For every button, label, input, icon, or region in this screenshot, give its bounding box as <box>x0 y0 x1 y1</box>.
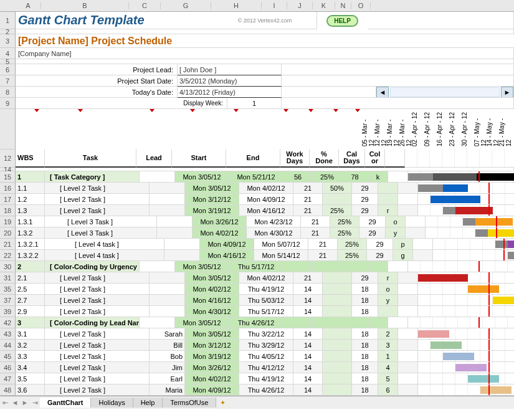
cell-wbs[interactable]: 1.3 <box>16 205 45 216</box>
cell-task[interactable]: [ Level 2 Task ] <box>45 340 150 351</box>
cell-work[interactable]: 21 <box>308 239 338 250</box>
cell-lead[interactable] <box>150 306 185 317</box>
cell-cal[interactable]: 29 <box>352 194 378 205</box>
cell-task[interactable]: [ Level 2 Task ] <box>45 284 150 295</box>
cell-cal[interactable] <box>342 317 368 328</box>
cell-color[interactable]: y <box>386 227 406 239</box>
value-start-date[interactable]: 3/5/2012 (Monday) <box>178 75 282 87</box>
task-row[interactable]: 392.9[ Level 2 Task ]Mon 4/30/12Thu 5/17… <box>0 306 514 317</box>
cell-start[interactable]: Mon 4/16/12 <box>200 250 254 261</box>
cell-color[interactable] <box>368 261 388 272</box>
cell-color[interactable]: 3 <box>378 340 398 351</box>
cell-start[interactable]: Mon 4/02/12 <box>185 284 239 295</box>
cell-lead[interactable]: Jim <box>150 362 185 373</box>
cell-start[interactable]: Mon 3/05/12 <box>175 261 229 272</box>
cell-start[interactable]: Mon 3/26/12 <box>193 216 247 227</box>
cell-work[interactable]: 14 <box>293 295 323 306</box>
cell-pct[interactable] <box>323 340 352 351</box>
cell-pct[interactable] <box>323 351 352 362</box>
cell-lead[interactable] <box>150 205 185 216</box>
cell-wbs[interactable]: 2.9 <box>16 306 45 317</box>
cell-color[interactable]: k <box>368 171 388 183</box>
cell-cal[interactable] <box>342 261 368 272</box>
cell-end[interactable]: Mon 4/30/12 <box>247 227 301 239</box>
cell-wbs[interactable]: 1 <box>16 171 45 183</box>
cell-pct[interactable]: 25% <box>338 250 367 261</box>
cell-work[interactable]: 14 <box>293 373 323 384</box>
cell-start[interactable]: Mon 4/02/12 <box>185 373 239 384</box>
cell-task[interactable]: [ Level 3 Task ] <box>45 227 157 239</box>
cell-start[interactable]: Mon 3/26/12 <box>185 362 239 373</box>
cell-wbs[interactable]: 1.2 <box>16 194 45 205</box>
cell-work[interactable]: 14 <box>293 284 323 295</box>
cell-work[interactable]: 21 <box>301 216 330 227</box>
cell-color[interactable]: 4 <box>378 362 398 373</box>
cell-cal[interactable]: 18 <box>352 373 378 384</box>
cell-work[interactable]: 56 <box>283 171 313 183</box>
cell-end[interactable]: Mon 4/02/12 <box>239 183 293 194</box>
cell-task[interactable]: [ Level 4 task ] <box>45 250 164 261</box>
tab-holidays[interactable]: Holidays <box>91 398 133 408</box>
cell-end[interactable]: Mon 5/14/12 <box>254 250 308 261</box>
cell-work[interactable]: 14 <box>293 340 323 351</box>
cell-start[interactable]: Mon 4/09/12 <box>200 239 254 250</box>
cell-work[interactable]: 14 <box>293 351 323 362</box>
task-row[interactable]: 372.7[ Level 2 Task ]Mon 4/16/12Thu 5/03… <box>0 295 514 306</box>
cell-cal[interactable]: 18 <box>352 340 378 351</box>
cell-work[interactable]: 14 <box>293 328 323 340</box>
cell-end[interactable]: Thu 3/29/12 <box>239 340 293 351</box>
cell-work[interactable]: 14 <box>293 384 323 396</box>
cell-end[interactable]: Mon 4/23/12 <box>247 216 301 227</box>
task-row[interactable]: 463.4[ Level 2 Task ]JimMon 3/26/12Thu 4… <box>0 362 514 373</box>
cell-pct[interactable] <box>323 373 352 384</box>
cell-end[interactable]: Thu 4/26/12 <box>229 317 283 328</box>
cell-color[interactable]: 6 <box>378 384 398 396</box>
row-header[interactable]: 1 <box>0 12 16 29</box>
cell-end[interactable]: Thu 4/26/12 <box>239 384 293 396</box>
cell-task[interactable]: [ Level 2 Task ] <box>45 194 150 205</box>
cell-wbs[interactable]: 1.3.2.1 <box>16 239 45 250</box>
task-row[interactable]: 473.5[ Level 2 Task ]EarlMon 4/02/12Thu … <box>0 373 514 384</box>
cell-work[interactable]: 21 <box>293 272 323 284</box>
cell-pct[interactable]: 25% <box>330 227 359 239</box>
cell-task[interactable]: [ Level 4 task ] <box>45 239 164 250</box>
cell-color[interactable]: p <box>393 239 413 250</box>
task-row[interactable]: 211.3.2.1[ Level 4 task ]Mon 4/09/12Mon … <box>0 239 514 250</box>
cell-cal[interactable]: 18 <box>352 351 378 362</box>
task-row[interactable]: 201.3.2[ Level 3 Task ]Mon 4/02/12Mon 4/… <box>0 227 514 239</box>
cell-color[interactable]: r <box>378 205 398 216</box>
cell-wbs[interactable]: 2.7 <box>16 295 45 306</box>
task-row[interactable]: 181.3[ Level 2 Task ]Mon 3/19/12Mon 4/16… <box>0 205 514 216</box>
task-row[interactable]: 352.5[ Level 2 Task ]Mon 4/02/12Thu 4/19… <box>0 284 514 295</box>
cell-start[interactable]: Mon 4/02/12 <box>193 227 247 239</box>
cell-end[interactable]: Mon 4/09/12 <box>239 194 293 205</box>
cell-color[interactable]: g <box>393 250 413 261</box>
cell-cal[interactable]: 18 <box>352 295 378 306</box>
cell-end[interactable]: Thu 3/22/12 <box>239 328 293 340</box>
cell-pct[interactable] <box>323 272 352 284</box>
cell-color[interactable]: 2 <box>378 328 398 340</box>
cell-task[interactable]: [ Task Category ] <box>45 171 140 183</box>
cell-lead[interactable]: Bill <box>150 340 185 351</box>
cell-pct[interactable]: 25% <box>338 239 367 250</box>
cell-task[interactable]: [ Level 2 Task ] <box>45 295 150 306</box>
cell-start[interactable]: Mon 3/05/12 <box>185 272 239 284</box>
cell-task[interactable]: [ Color-Coding by Urgency ] <box>45 261 140 272</box>
cell-pct[interactable] <box>323 328 352 340</box>
cell-lead[interactable] <box>150 295 185 306</box>
task-row[interactable]: 171.2[ Level 2 Task ]Mon 3/12/12Mon 4/09… <box>0 194 514 205</box>
cell-work[interactable]: 21 <box>293 183 323 194</box>
cell-color[interactable]: o <box>386 216 406 227</box>
cell-lead[interactable]: Sarah <box>150 328 185 340</box>
task-row[interactable]: 443.2[ Level 2 Task ]BillMon 3/12/12Thu … <box>0 340 514 351</box>
cell-color[interactable]: r <box>378 272 398 284</box>
tab-nav-prev-icon[interactable]: ◄ <box>10 399 20 407</box>
cell-color[interactable] <box>368 317 388 328</box>
task-row[interactable]: 433.1[ Level 2 Task ]SarahMon 3/05/12Thu… <box>0 328 514 340</box>
cell-task[interactable]: [ Level 2 Task ] <box>45 205 150 216</box>
cell-task[interactable]: [ Level 3 Task ] <box>45 216 157 227</box>
cell-lead[interactable]: Maria <box>150 384 185 396</box>
cell-wbs[interactable]: 1.3.2.2 <box>16 250 45 261</box>
value-today[interactable]: 4/13/2012 (Friday) <box>178 87 282 98</box>
cell-wbs[interactable]: 2.5 <box>16 284 45 295</box>
